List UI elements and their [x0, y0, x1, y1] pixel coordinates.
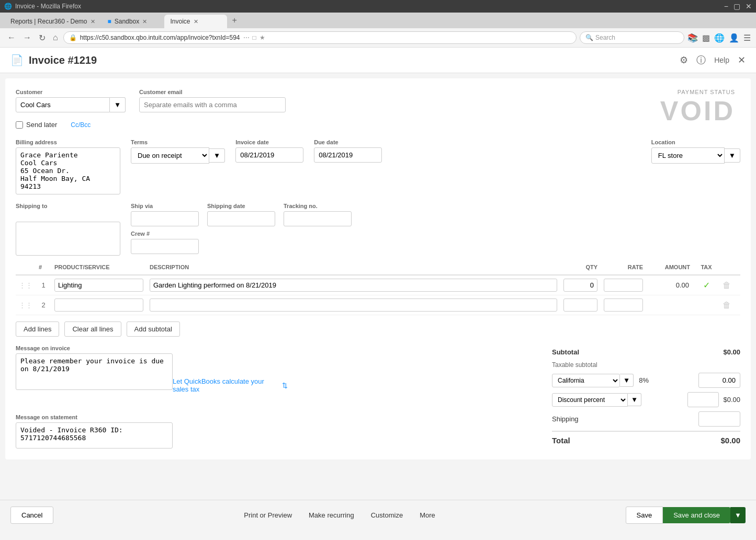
terms-group: Terms Due on receipt Net 30 Net 15 ▼: [131, 139, 225, 164]
customize-button[interactable]: Customize: [369, 507, 405, 523]
invoice-date-input[interactable]: [235, 147, 303, 163]
tax-state-dropdown-button[interactable]: ▼: [620, 374, 634, 387]
close-app-icon[interactable]: ✕: [738, 54, 746, 66]
new-tab-button[interactable]: +: [227, 13, 242, 28]
location-group: Location FL store CA store ▼: [651, 139, 740, 164]
delete-row-1[interactable]: 🗑: [723, 281, 731, 290]
shipping-date-label: Shipping date: [207, 203, 275, 209]
message-on-invoice-textarea[interactable]: Please remember your invoice is due on 8…: [16, 353, 173, 390]
search-placeholder: Search: [595, 34, 615, 41]
url-bar[interactable]: 🔒 https://c50.sandbox.qbo.intuit.com/app…: [63, 31, 577, 44]
col-qty: QTY: [560, 260, 601, 275]
description-input-1[interactable]: [150, 279, 557, 292]
globe-icon[interactable]: 🌐: [714, 33, 725, 43]
shipping-date-input[interactable]: [207, 211, 275, 226]
qb-tax-link[interactable]: Let QuickBooks calculate your sales tax …: [173, 377, 288, 393]
total-label: Total: [552, 436, 570, 445]
tab-sandbox-close[interactable]: ✕: [142, 18, 147, 25]
delete-row-2[interactable]: 🗑: [723, 301, 731, 310]
save-close-dropdown-button[interactable]: ▼: [730, 507, 746, 523]
settings-icon[interactable]: ⚙: [680, 54, 688, 66]
ship-via-input[interactable]: [131, 211, 199, 226]
star-icon[interactable]: ★: [259, 34, 265, 41]
clear-all-lines-button[interactable]: Clear all lines: [64, 321, 121, 337]
add-subtotal-button[interactable]: Add subtotal: [127, 321, 180, 337]
send-later-label: Send later: [26, 121, 57, 129]
home-button[interactable]: ⌂: [51, 32, 60, 43]
discount-total: $0.00: [723, 396, 740, 404]
tab-invoice-close[interactable]: ✕: [194, 18, 198, 25]
terms-select[interactable]: Due on receipt Net 30 Net 15: [131, 147, 209, 164]
tax-amount-input[interactable]: [698, 373, 740, 388]
message-on-statement-textarea[interactable]: Voided - Invoice R360 ID: 57171207446855…: [16, 422, 173, 449]
rate-input-1[interactable]: [604, 279, 643, 292]
drag-handle-1[interactable]: ⋮⋮: [19, 281, 32, 289]
secure-icon: 🔒: [69, 34, 77, 41]
library-icon[interactable]: 📚: [687, 33, 698, 43]
save-button[interactable]: Save: [626, 507, 663, 524]
browser-favicon: 🌐: [4, 3, 12, 10]
ship-via-label: Ship via: [131, 203, 199, 209]
table-row: ⋮⋮ 2 🗑: [16, 295, 740, 315]
location-select[interactable]: FL store CA store: [651, 147, 725, 164]
qty-input-2[interactable]: [563, 298, 597, 312]
qb-tax-link-text: Let QuickBooks calculate your sales tax: [173, 377, 280, 393]
help-icon[interactable]: ⓘ: [696, 54, 706, 66]
customer-input[interactable]: [16, 97, 110, 112]
tab-invoice[interactable]: Invoice ✕: [164, 15, 227, 28]
app-header: 📄 Invoice #1219 ⚙ ⓘ Help ✕: [0, 48, 756, 73]
description-input-2[interactable]: [150, 298, 557, 312]
customer-dropdown-button[interactable]: ▼: [110, 97, 126, 112]
col-product: PRODUCT/SERVICE: [51, 260, 146, 275]
shipping-input[interactable]: [698, 411, 740, 427]
add-lines-button[interactable]: Add lines: [16, 321, 59, 337]
help-label[interactable]: Help: [714, 56, 729, 64]
tax-check-1[interactable]: ✓: [703, 281, 710, 290]
discount-input[interactable]: [687, 392, 719, 407]
make-recurring-button[interactable]: Make recurring: [307, 507, 356, 523]
tab-reports[interactable]: Reports | Recur360 - Demo ✕: [4, 15, 101, 28]
print-preview-button[interactable]: Print or Preview: [242, 507, 294, 523]
customer-email-group: Customer email: [139, 89, 286, 112]
minimize-button[interactable]: −: [724, 2, 728, 10]
discount-dropdown-button[interactable]: ▼: [628, 393, 641, 406]
shipping-to-textarea[interactable]: [16, 222, 120, 256]
menu-icon[interactable]: ☰: [743, 33, 751, 43]
tab-sandbox[interactable]: ■ Sandbox ✕: [101, 15, 164, 28]
customer-email-input[interactable]: [139, 97, 286, 112]
customer-group: Customer ▼: [16, 89, 131, 112]
tab-reports-close[interactable]: ✕: [91, 18, 95, 25]
tracking-no-input[interactable]: [284, 211, 352, 226]
customer-label: Customer: [16, 89, 131, 95]
location-dropdown-button[interactable]: ▼: [725, 148, 740, 163]
qty-input-1[interactable]: [563, 279, 597, 292]
product-input-1[interactable]: [54, 279, 143, 292]
browser-search[interactable]: 🔍 Search: [580, 31, 684, 44]
restore-button[interactable]: ▢: [734, 2, 740, 10]
col-description: DESCRIPTION: [146, 260, 560, 275]
more-button[interactable]: More: [418, 507, 437, 523]
send-later-checkbox[interactable]: [16, 121, 23, 129]
billing-address-textarea[interactable]: Grace Pariente Cool Cars 65 Ocean Dr. Ha…: [16, 147, 120, 194]
url-options-icon: ⋯: [243, 34, 250, 41]
forward-button[interactable]: →: [21, 32, 33, 43]
pocket-icon: □: [253, 34, 256, 41]
rate-input-2[interactable]: [604, 298, 643, 312]
product-input-2[interactable]: [54, 298, 143, 312]
shipping-date-group: Shipping date: [207, 203, 275, 226]
close-button[interactable]: ✕: [746, 2, 752, 10]
cc-bcc-link[interactable]: Cc/Bcc: [71, 121, 91, 129]
discount-type-select[interactable]: Discount percent Discount value: [552, 393, 628, 407]
cancel-button[interactable]: Cancel: [10, 507, 53, 524]
due-date-input[interactable]: [314, 147, 382, 163]
save-close-button[interactable]: Save and close: [663, 507, 730, 523]
crew-no-input[interactable]: [131, 239, 199, 254]
refresh-button[interactable]: ↻: [37, 32, 48, 44]
tax-state-select[interactable]: California: [552, 374, 620, 387]
sidebar-icon[interactable]: ▩: [702, 33, 710, 43]
account-icon[interactable]: 👤: [729, 33, 739, 43]
col-rate: RATE: [601, 260, 646, 275]
back-button[interactable]: ←: [5, 32, 18, 43]
terms-dropdown-button[interactable]: ▼: [209, 148, 225, 163]
drag-handle-2[interactable]: ⋮⋮: [19, 301, 32, 309]
